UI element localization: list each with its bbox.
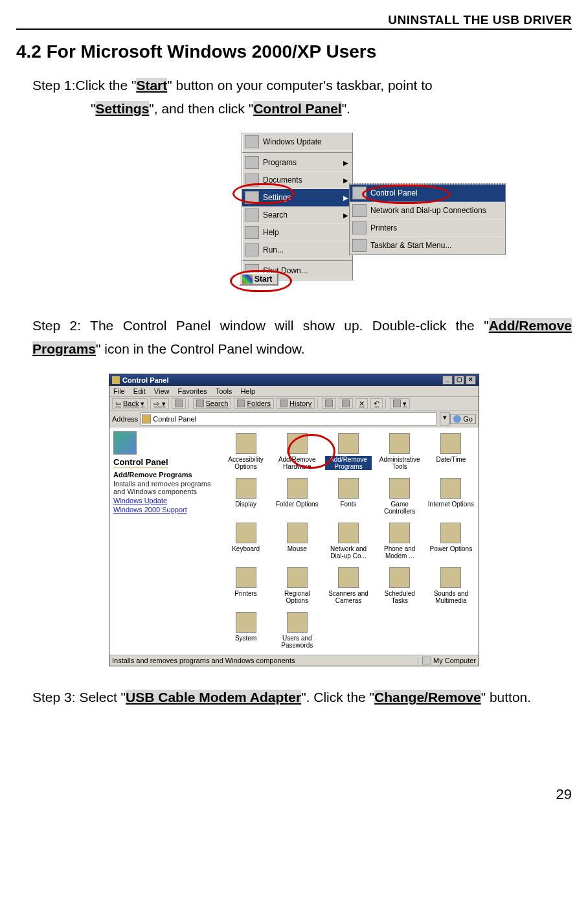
cp-item[interactable]: Folder Options <box>272 476 322 517</box>
cp-item[interactable]: Power Options <box>426 521 476 561</box>
cp-item-label: Keyboard <box>223 545 269 552</box>
cp-item-label: Game Controllers <box>377 501 423 515</box>
cp-item-icon <box>236 478 256 499</box>
sm-documents[interactable]: Documents▶ <box>242 172 352 189</box>
cp-item[interactable]: Date/Time <box>426 431 476 472</box>
cp-item[interactable]: Display <box>221 476 271 517</box>
menu-help[interactable]: Help <box>240 387 255 395</box>
cp-item[interactable]: Network and Dial-up Co... <box>323 521 373 561</box>
tb-delete[interactable]: ✕ <box>356 398 368 409</box>
submenu-label: Network and Dial-up Connections <box>370 206 486 215</box>
submenu-label: Control Panel <box>370 188 418 198</box>
cp-item[interactable]: Mouse <box>272 521 322 561</box>
menu-bar[interactable]: File Edit View Favorites Tools Help <box>109 386 479 397</box>
moveto-icon <box>325 400 333 407</box>
up-button[interactable] <box>172 398 186 409</box>
cp-item-icon <box>440 567 461 588</box>
maximize-button[interactable]: ▢ <box>454 376 464 385</box>
status-zone-label: My Computer <box>433 657 476 664</box>
cp-sidebar: Control Panel Add/Remove Programs Instal… <box>109 427 218 655</box>
sm-search[interactable]: Search▶ <box>242 207 352 224</box>
window-title: Control Panel <box>122 376 169 384</box>
cp-item[interactable]: Scheduled Tasks <box>375 565 425 606</box>
control-panel-icon <box>112 376 120 384</box>
chevron-right-icon: ▶ <box>343 177 348 184</box>
forward-button[interactable]: ⇨ ▾ <box>150 398 168 409</box>
cp-item-label: Phone and Modem ... <box>377 545 423 559</box>
submenu-control-panel[interactable]: Control Panel <box>350 185 505 202</box>
menu-favorites[interactable]: Favorites <box>178 387 207 395</box>
cp-item-label: Users and Passwords <box>274 635 320 649</box>
cp-item-label: Add/Remove Programs <box>325 456 371 470</box>
menu-edit[interactable]: Edit <box>133 387 146 395</box>
minimize-button[interactable]: _ <box>442 376 453 385</box>
cp-item-icon <box>389 433 410 454</box>
window-titlebar[interactable]: Control Panel _ ▢ ✕ <box>109 374 479 386</box>
cp-item[interactable]: Add/Remove Hardware <box>272 431 322 472</box>
search-button[interactable]: Search <box>193 398 232 409</box>
cp-item[interactable]: Internet Options <box>426 476 476 517</box>
history-button[interactable]: History <box>277 398 315 409</box>
figure-start-menu: Windows Update Programs▶ Documents▶ Sett… <box>235 133 353 295</box>
link-windows-support[interactable]: Windows 2000 Support <box>113 506 214 514</box>
menu-file[interactable]: File <box>113 387 125 395</box>
history-icon <box>280 400 288 407</box>
address-dropdown[interactable]: ▾ <box>440 412 450 425</box>
tb-btn2[interactable] <box>339 398 353 409</box>
tb-btn1[interactable] <box>322 398 336 409</box>
address-input[interactable] <box>141 412 437 425</box>
search-icon <box>196 400 204 407</box>
cp-sidebar-desc: Installs and removes programs and Window… <box>113 480 214 495</box>
windows-flag-icon <box>242 275 253 284</box>
close-button[interactable]: ✕ <box>466 376 476 385</box>
cp-item[interactable]: Sounds and Multimedia <box>426 565 476 606</box>
menu-tools[interactable]: Tools <box>216 387 232 395</box>
cp-item[interactable]: Phone and Modem ... <box>375 521 425 561</box>
cp-item-label: Printers <box>223 590 269 597</box>
cp-item[interactable]: System <box>221 610 271 651</box>
sm-programs[interactable]: Programs▶ <box>242 154 352 172</box>
cp-item-label: Mouse <box>274 545 320 552</box>
step1-text3: ", and then click " <box>149 101 253 116</box>
cp-item[interactable]: Accessibility Options <box>221 431 271 472</box>
cp-item[interactable]: Users and Passwords <box>272 610 322 651</box>
tb-undo[interactable]: ↶ <box>370 398 383 409</box>
cp-item[interactable]: Game Controllers <box>375 476 425 517</box>
cp-item-label: Scheduled Tasks <box>377 590 423 604</box>
go-button[interactable]: Go <box>450 414 476 424</box>
cp-item[interactable]: Regional Options <box>272 565 322 606</box>
back-button[interactable]: ⇦ Back ▾ <box>112 398 148 409</box>
cp-item[interactable]: Fonts <box>323 476 373 517</box>
cp-item-icon <box>440 433 461 454</box>
sm-windows-update[interactable]: Windows Update <box>242 133 352 151</box>
step-1: Step 1:Click the "Start" button on your … <box>32 74 572 120</box>
submenu-printers[interactable]: Printers <box>350 220 505 237</box>
cp-item-label: Date/Time <box>428 456 474 463</box>
start-button[interactable]: Start <box>239 273 278 286</box>
menu-view[interactable]: View <box>154 387 170 395</box>
submenu-network[interactable]: Network and Dial-up Connections <box>350 202 505 220</box>
sm-settings[interactable]: Settings▶ <box>242 189 352 207</box>
cp-item[interactable]: Administrative Tools <box>375 431 425 472</box>
help-icon <box>245 226 259 239</box>
status-text: Installs and removes programs and Window… <box>112 657 418 664</box>
sm-help[interactable]: Help <box>242 224 352 242</box>
tb-views[interactable]: ▾ <box>390 398 410 409</box>
cp-item-label: Power Options <box>428 545 474 552</box>
link-windows-update[interactable]: Windows Update <box>113 497 214 504</box>
cp-sidebar-subtitle: Add/Remove Programs <box>113 471 214 479</box>
cp-item-label: Accessibility Options <box>223 456 269 470</box>
sm-label: Settings <box>263 193 291 202</box>
page-number: 29 <box>16 786 572 803</box>
cp-item[interactable]: Scanners and Cameras <box>323 565 373 606</box>
cp-item[interactable]: Keyboard <box>221 521 271 561</box>
settings-icon <box>245 191 259 204</box>
cp-item[interactable]: Printers <box>221 565 271 606</box>
folders-button[interactable]: Folders <box>234 398 274 409</box>
page-header: UNINSTALL THE USB DRIVER <box>16 13 572 27</box>
cp-item-icon <box>338 523 359 543</box>
folders-icon <box>237 400 245 407</box>
sm-run[interactable]: Run... <box>242 242 352 259</box>
cp-item[interactable]: Add/Remove Programs <box>323 431 373 472</box>
submenu-taskbar[interactable]: Taskbar & Start Menu... <box>350 237 505 254</box>
